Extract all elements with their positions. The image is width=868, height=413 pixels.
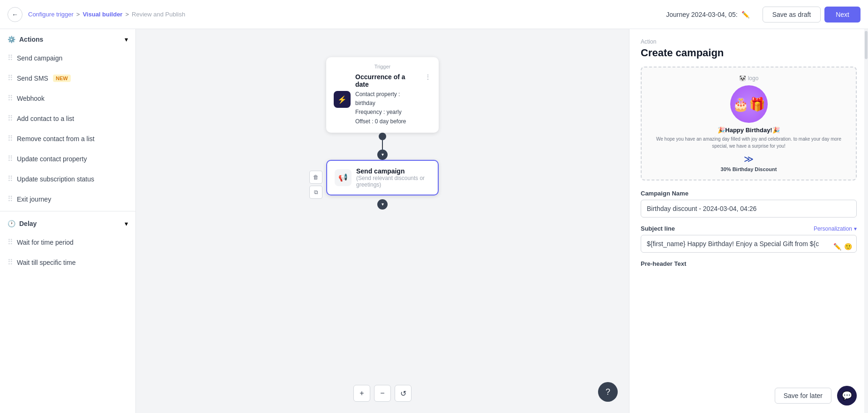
- canvas[interactable]: Trigger ⚡ Occurrence of a date Contact p…: [136, 29, 629, 413]
- trigger-icon: ⚡: [334, 91, 351, 108]
- personalization-button[interactable]: Personalization ▾: [814, 225, 857, 232]
- actions-collapse-icon: ▾: [125, 36, 128, 43]
- email-preview: 🐼 logo 🎂🎁 🎉Happy Birthday!🎉 We hope you …: [641, 67, 857, 180]
- edit-icon[interactable]: ✏️: [741, 11, 749, 18]
- campaign-name-input[interactable]: [641, 200, 857, 218]
- panel-footer: Save for later 💬: [641, 386, 857, 405]
- action-icon: 📢: [335, 169, 352, 186]
- drag-icon: ⠿: [7, 53, 12, 62]
- drag-icon: ⠿: [7, 114, 12, 123]
- preview-arrows: ≫: [649, 153, 848, 165]
- trigger-node[interactable]: Trigger ⚡ Occurrence of a date Contact p…: [326, 57, 439, 133]
- next-button[interactable]: Next: [824, 7, 861, 23]
- breadcrumb: Configure trigger > Visual builder > Rev…: [28, 11, 185, 18]
- node-side-buttons: 🗑 ⧉: [309, 171, 322, 199]
- subject-input-wrapper: ✏️ 🙂: [641, 235, 857, 260]
- drag-icon: ⠿: [7, 238, 12, 247]
- action-node-wrapper: 🗑 ⧉ 📢 Send campaign (Send relevant disco…: [326, 160, 439, 210]
- preview-body: We hope you have an amazing day filled w…: [649, 135, 848, 150]
- subject-input[interactable]: [641, 235, 857, 253]
- meta-frequency: Frequency : yearly: [355, 109, 402, 115]
- panda-icon: 🐼: [739, 75, 746, 82]
- subject-row: Subject line Personalization ▾: [641, 225, 857, 232]
- main-layout: ⚙️ Actions ▾ ⠿ Send campaign ⠿ Send SMS …: [0, 29, 868, 413]
- campaign-name-label: Campaign Name: [641, 190, 857, 197]
- connector: ▾: [377, 133, 388, 160]
- topbar-actions: Save as draft Next: [763, 7, 861, 23]
- delay-icon: 🕐: [7, 220, 15, 227]
- zoom-out-button[interactable]: −: [374, 385, 391, 402]
- panel-section-label: Action: [641, 38, 857, 45]
- subject-icons: ✏️ 🙂: [833, 243, 852, 250]
- drag-icon: ⠿: [7, 134, 12, 143]
- breadcrumb-configure[interactable]: Configure trigger: [28, 11, 74, 18]
- emoji-icon[interactable]: 🙂: [844, 243, 852, 250]
- add-next-step-button[interactable]: ▾: [377, 199, 388, 210]
- reset-zoom-button[interactable]: ↺: [395, 385, 412, 402]
- sidebar-item-add-contact[interactable]: ⠿ Add contact to a list: [0, 108, 135, 128]
- chat-button[interactable]: 💬: [837, 386, 857, 405]
- drag-icon: ⠿: [7, 195, 12, 203]
- sidebar-item-update-property[interactable]: ⠿ Update contact property: [0, 149, 135, 169]
- delay-title: 🕐 Delay: [7, 220, 37, 227]
- save-draft-button[interactable]: Save as draft: [763, 7, 821, 23]
- sep1: >: [76, 11, 80, 18]
- topbar: ← Configure trigger > Visual builder > R…: [0, 0, 868, 29]
- connector-dot-top: [379, 133, 386, 140]
- trigger-menu-button[interactable]: ⋮: [425, 73, 431, 81]
- save-for-later-button[interactable]: Save for later: [775, 388, 831, 404]
- actions-title: ⚙️ Actions: [7, 36, 43, 43]
- breadcrumb-visual[interactable]: Visual builder: [82, 11, 122, 18]
- delete-node-button[interactable]: 🗑: [309, 171, 322, 184]
- actions-section-header[interactable]: ⚙️ Actions ▾: [0, 29, 135, 48]
- sidebar: ⚙️ Actions ▾ ⠿ Send campaign ⠿ Send SMS …: [0, 29, 136, 413]
- birthday-image: 🎂🎁: [730, 85, 768, 123]
- drag-icon: ⠿: [7, 74, 12, 83]
- preheader-label: Pre-header Text: [641, 260, 857, 267]
- zoom-in-button[interactable]: +: [353, 385, 370, 402]
- help-button[interactable]: ?: [598, 382, 618, 402]
- drag-icon: ⠿: [7, 94, 12, 103]
- back-button[interactable]: ←: [7, 7, 22, 22]
- canvas-controls: ?: [598, 382, 618, 402]
- sidebar-item-update-subscription[interactable]: ⠿ Update subscription status: [0, 169, 135, 189]
- sidebar-item-send-campaign[interactable]: ⠿ Send campaign: [0, 48, 135, 68]
- back-icon: ←: [12, 11, 18, 18]
- chevron-down-icon[interactable]: ▾: [377, 150, 388, 160]
- scrollbar[interactable]: [864, 29, 868, 413]
- logo-area: 🐼 logo: [649, 75, 848, 82]
- drag-icon: ⠿: [7, 174, 12, 183]
- meta-contact: Contact property : birthday: [355, 91, 400, 106]
- delay-collapse-icon: ▾: [125, 220, 128, 227]
- preview-heading: 🎉Happy Birthday!🎉: [649, 127, 848, 134]
- journey-title: Journey 2024-03-04, 05: ✏️: [666, 11, 749, 18]
- logo-text: logo: [748, 75, 759, 82]
- preview-discount: 30% Birthday Discount: [649, 166, 848, 172]
- sidebar-item-remove-contact[interactable]: ⠿ Remove contact from a list: [0, 128, 135, 149]
- sep2: >: [125, 11, 129, 18]
- sidebar-item-send-sms[interactable]: ⠿ Send SMS NEW: [0, 68, 135, 88]
- subject-label: Subject line: [641, 225, 675, 232]
- sidebar-item-wait-specific[interactable]: ⠿ Wait till specific time: [0, 252, 135, 272]
- actions-icon: ⚙️: [7, 36, 15, 43]
- connector-line: [382, 140, 383, 150]
- flow-container: Trigger ⚡ Occurrence of a date Contact p…: [326, 57, 439, 210]
- delay-section-header[interactable]: 🕐 Delay ▾: [0, 213, 135, 232]
- panel-title: Create campaign: [641, 47, 857, 59]
- sidebar-item-webhook[interactable]: ⠿ Webhook: [0, 88, 135, 108]
- sidebar-divider: [0, 211, 135, 211]
- zoom-controls: + − ↺: [353, 385, 412, 402]
- edit-pencil-icon[interactable]: ✏️: [833, 243, 841, 250]
- meta-offset: Offset : 0 day before: [355, 118, 406, 125]
- chevron-icon: ▾: [854, 225, 857, 232]
- birthday-emoji: 🎂🎁: [733, 97, 765, 112]
- copy-node-button[interactable]: ⧉: [309, 186, 322, 199]
- sidebar-item-exit-journey[interactable]: ⠿ Exit journey: [0, 189, 135, 209]
- drag-icon: ⠿: [7, 258, 12, 267]
- breadcrumb-review: Review and Publish: [132, 11, 185, 18]
- scrollbar-thumb: [865, 31, 868, 59]
- action-node[interactable]: 📢 Send campaign (Send relevant discounts…: [326, 160, 439, 195]
- drag-icon: ⠿: [7, 154, 12, 163]
- right-panel: Action Create campaign 🐼 logo 🎂🎁 🎉Happy …: [629, 29, 868, 413]
- sidebar-item-wait-period[interactable]: ⠿ Wait for time period: [0, 232, 135, 252]
